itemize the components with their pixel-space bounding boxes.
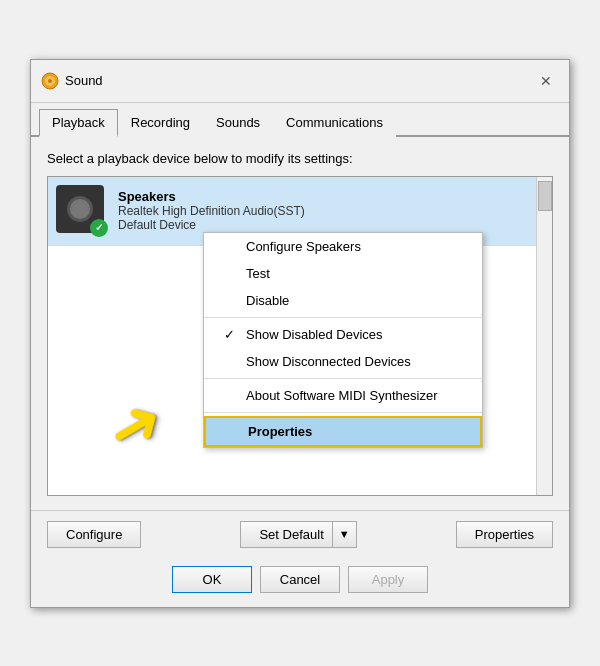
title-bar: Sound ✕ <box>31 60 569 103</box>
tab-sounds[interactable]: Sounds <box>203 109 273 137</box>
ctx-label-test: Test <box>246 266 270 281</box>
tabs-bar: Playback Recording Sounds Communications <box>31 103 569 137</box>
yellow-arrow-icon: ➜ <box>96 383 175 465</box>
ctx-disable[interactable]: Disable <box>204 287 482 314</box>
title-bar-left: Sound <box>41 72 103 90</box>
ctx-label-show-disconnected: Show Disconnected Devices <box>246 354 411 369</box>
device-sub: Default Device <box>118 218 544 232</box>
ctx-properties[interactable]: Properties <box>204 416 482 447</box>
arrow-annotation: ➜ <box>108 393 162 457</box>
scrollbar-thumb[interactable] <box>538 181 552 211</box>
default-check-badge: ✓ <box>90 219 108 237</box>
sound-icon <box>41 72 59 90</box>
properties-button[interactable]: Properties <box>456 521 553 548</box>
tab-recording[interactable]: Recording <box>118 109 203 137</box>
speaker-circle <box>67 196 93 222</box>
ok-button[interactable]: OK <box>172 566 252 593</box>
ctx-show-disabled[interactable]: ✓ Show Disabled Devices <box>204 321 482 348</box>
close-button[interactable]: ✕ <box>533 68 559 94</box>
device-info: Speakers Realtek High Definition Audio(S… <box>118 189 544 232</box>
ctx-check-show-disabled: ✓ <box>224 327 238 342</box>
ctx-label-midi: About Software MIDI Synthesizer <box>246 388 437 403</box>
ctx-label-show-disabled: Show Disabled Devices <box>246 327 383 342</box>
sound-dialog: Sound ✕ Playback Recording Sounds Commun… <box>30 59 570 608</box>
footer-buttons: OK Cancel Apply <box>31 558 569 607</box>
set-default-dropdown[interactable]: ▼ <box>332 521 357 548</box>
title-text: Sound <box>65 73 103 88</box>
ctx-label-configure: Configure Speakers <box>246 239 361 254</box>
device-icon-wrap: ✓ <box>56 185 108 237</box>
ctx-label-disable: Disable <box>246 293 289 308</box>
device-name: Speakers <box>118 189 544 204</box>
tab-playback[interactable]: Playback <box>39 109 118 137</box>
ctx-divider-1 <box>204 317 482 318</box>
svg-point-2 <box>48 79 52 83</box>
ctx-show-disconnected[interactable]: Show Disconnected Devices <box>204 348 482 375</box>
set-default-group: Set Default ▼ <box>240 521 356 548</box>
cancel-button[interactable]: Cancel <box>260 566 340 593</box>
apply-button[interactable]: Apply <box>348 566 428 593</box>
ctx-divider-3 <box>204 412 482 413</box>
content-area: Select a playback device below to modify… <box>31 137 569 510</box>
ctx-label-properties: Properties <box>248 424 312 439</box>
tab-communications[interactable]: Communications <box>273 109 396 137</box>
ctx-configure-speakers[interactable]: Configure Speakers <box>204 233 482 260</box>
context-menu: Configure Speakers Test Disable ✓ Show D… <box>203 232 483 448</box>
ctx-divider-2 <box>204 378 482 379</box>
ctx-about-midi[interactable]: About Software MIDI Synthesizer <box>204 382 482 409</box>
device-list[interactable]: ✓ Speakers Realtek High Definition Audio… <box>47 176 553 496</box>
device-description: Realtek High Definition Audio(SST) <box>118 204 544 218</box>
instruction-text: Select a playback device below to modify… <box>47 151 553 166</box>
configure-button[interactable]: Configure <box>47 521 141 548</box>
scrollbar[interactable] <box>536 177 552 495</box>
ctx-test[interactable]: Test <box>204 260 482 287</box>
set-default-button[interactable]: Set Default <box>240 521 331 548</box>
bottom-bar: Configure Set Default ▼ Properties <box>31 510 569 558</box>
